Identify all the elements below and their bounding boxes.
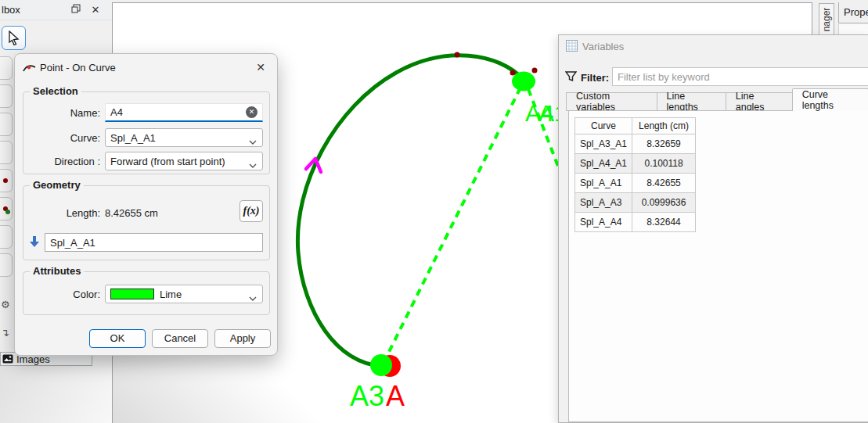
point-on-curve-dialog: Point - On Curve ✕ Selection Name: A4 ✕ …: [14, 53, 278, 356]
formula-editor-button[interactable]: f(x): [240, 200, 263, 222]
filter-funnel-icon: [565, 70, 577, 84]
dashed-line-a4-a3: [384, 88, 520, 363]
column-header-length[interactable]: Length (cm): [632, 118, 696, 134]
tool-button-partial[interactable]: [0, 253, 13, 277]
cell-curve[interactable]: Spl_A_A1: [575, 174, 632, 193]
attributes-group: Attributes Color: Lime: [23, 271, 270, 315]
tab-label: Line lengths: [667, 91, 716, 113]
application-window: A4 A1 A3 A lbox ✕: [0, 0, 868, 423]
length-label: Length:: [30, 207, 105, 219]
variables-tabbar: Custom variables Line lengths Line angle…: [567, 88, 868, 111]
spline-curve[interactable]: [297, 56, 524, 366]
manager-tab-label: nager: [821, 8, 832, 32]
clear-name-icon[interactable]: ✕: [246, 106, 258, 118]
table-row[interactable]: Spl_A4_A1 0.100118: [575, 154, 696, 174]
point-a3[interactable]: [370, 354, 392, 376]
tab-line-angles[interactable]: Line angles: [726, 92, 793, 111]
formula-input[interactable]: Spl_A_A1: [45, 233, 263, 252]
table-row[interactable]: Spl_A_A3 0.0999636: [575, 193, 696, 213]
table-row[interactable]: Spl_A_A1 8.42655: [575, 174, 696, 193]
geometry-group: Geometry Length: 8.42655 cm f(x) Spl_A_A…: [23, 185, 270, 260]
name-value: A4: [110, 106, 123, 118]
chevron-down-icon: [249, 135, 257, 147]
toolbox-title: lbox: [2, 4, 20, 16]
tab-label: Curve lengths: [802, 89, 859, 111]
label-a[interactable]: A: [386, 380, 405, 412]
axis-arrow-icon[interactable]: ↴: [1, 327, 13, 339]
color-value: Lime: [160, 289, 182, 300]
tool-dot-icon: [5, 210, 10, 214]
tool-dot-icon: [3, 178, 8, 183]
curve-select[interactable]: Spl_A_A1: [105, 128, 263, 147]
color-select[interactable]: Lime: [105, 285, 263, 303]
variables-title: Variables: [582, 41, 624, 52]
tool-button-partial[interactable]: [0, 113, 13, 136]
table-header-row: Curve Length (cm): [575, 118, 696, 134]
chevron-down-icon: [249, 159, 257, 170]
variables-content: Curve Length (cm) Spl_A3_A1 8.32659 Spl_…: [568, 110, 868, 422]
toolbox-titlebar: lbox ✕: [0, 0, 112, 20]
selection-group-title: Selection: [30, 85, 81, 97]
control-point-dot: [532, 68, 538, 73]
curve-value: Spl_A_A1: [110, 132, 156, 144]
tab-custom-variables[interactable]: Custom variables: [566, 92, 657, 111]
column-header-curve[interactable]: Curve: [575, 118, 632, 134]
apply-button[interactable]: Apply: [214, 329, 271, 348]
close-panel-icon[interactable]: ✕: [89, 4, 102, 16]
direction-label: Direction :: [30, 156, 105, 167]
geometry-group-title: Geometry: [30, 179, 84, 191]
direction-select[interactable]: Forward (from start point): [105, 152, 263, 170]
tool-button-partial[interactable]: [0, 225, 13, 249]
cell-curve[interactable]: Spl_A_A3: [575, 193, 632, 213]
tool-button-partial[interactable]: [0, 84, 13, 108]
tab-line-lengths[interactable]: Line lengths: [657, 92, 726, 111]
cell-length[interactable]: 8.32659: [632, 134, 696, 154]
length-value: 8.42655 cm: [105, 207, 158, 219]
select-tool-button[interactable]: [2, 26, 26, 50]
selection-group: Selection Name: A4 ✕ Curve: Spl_A_A1: [23, 91, 270, 174]
tool-button-partial[interactable]: [0, 56, 13, 80]
filter-label: Filter:: [581, 72, 609, 84]
curve-point-icon: [23, 63, 37, 75]
filter-input[interactable]: [612, 67, 868, 86]
properties-panel-toolbar: [838, 24, 868, 34]
cell-curve[interactable]: Spl_A_A4: [575, 213, 632, 232]
point-a4[interactable]: [512, 72, 535, 91]
tab-label: Line angles: [736, 91, 783, 113]
manager-vertical-tab[interactable]: nager: [819, 3, 834, 36]
attributes-group-title: Attributes: [30, 265, 84, 277]
properties-title-label: Prope: [844, 6, 868, 18]
dialog-close-icon[interactable]: ✕: [254, 60, 268, 74]
color-label: Color:: [30, 289, 105, 300]
name-input[interactable]: A4: [105, 103, 263, 122]
table-row[interactable]: Spl_A_A4 8.32644: [575, 213, 696, 232]
apply-label: Apply: [230, 332, 256, 344]
cancel-button[interactable]: Cancel: [152, 329, 208, 348]
toolbox-background: [0, 366, 112, 423]
cell-length[interactable]: 8.42655: [632, 174, 696, 193]
control-point-dot: [510, 70, 516, 76]
expand-formula-icon[interactable]: [29, 235, 40, 250]
cell-curve[interactable]: Spl_A4_A1: [575, 154, 632, 174]
properties-panel-title: Prope: [838, 2, 868, 23]
dialog-title: Point - On Curve: [40, 62, 116, 73]
ok-button[interactable]: OK: [89, 329, 146, 348]
cursor-arrow-icon: [7, 30, 20, 45]
ok-label: OK: [110, 332, 125, 344]
color-swatch: [110, 289, 154, 299]
cancel-label: Cancel: [164, 332, 196, 344]
gear-icon[interactable]: ⚙: [1, 299, 13, 310]
table-row[interactable]: Spl_A3_A1 8.32659: [575, 134, 696, 154]
label-a3[interactable]: A3: [350, 380, 384, 412]
cell-curve[interactable]: Spl_A3_A1: [575, 134, 632, 154]
chevron-down-icon: [249, 292, 257, 303]
cell-length[interactable]: 0.0999636: [632, 193, 696, 213]
direction-value: Forward (from start point): [110, 156, 225, 167]
float-panel-icon[interactable]: [71, 4, 84, 16]
cell-length[interactable]: 0.100118: [632, 154, 696, 174]
cell-length[interactable]: 8.32644: [632, 213, 696, 232]
dialog-titlebar[interactable]: Point - On Curve ✕: [15, 54, 277, 81]
tab-curve-lengths[interactable]: Curve lengths: [792, 88, 868, 111]
table-grid-icon: [566, 40, 578, 54]
tool-button-partial[interactable]: [0, 141, 13, 164]
